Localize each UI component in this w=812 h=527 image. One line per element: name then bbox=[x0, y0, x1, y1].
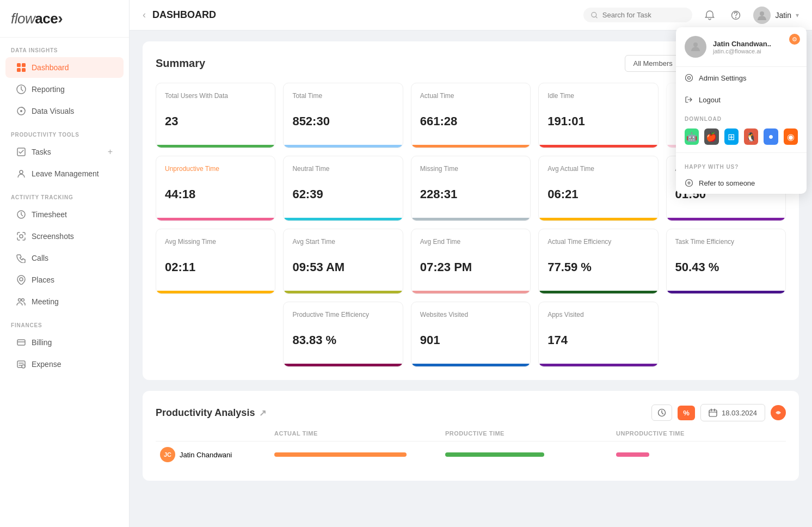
analysis-date-picker[interactable]: 18.03.2024 bbox=[700, 404, 765, 421]
metric-neutral-time: Neutral Time 62:39 bbox=[283, 156, 403, 221]
chrome-download-icon[interactable]: ● bbox=[764, 128, 778, 145]
actual-time-bar-cell bbox=[274, 452, 440, 457]
metric-value-avg-end: 07:23 PM bbox=[420, 260, 521, 274]
logout-label: Logout bbox=[699, 96, 721, 104]
sidebar-item-data-visuals[interactable]: Data Visuals bbox=[5, 101, 124, 121]
dropdown-settings-gear[interactable]: ⚙ bbox=[789, 34, 800, 45]
metric-bar-total-time bbox=[284, 145, 402, 148]
metric-value-avg-actual: 06:21 bbox=[548, 187, 649, 201]
metric-label-apps: Apps Visited bbox=[548, 311, 649, 318]
sidebar-item-meeting[interactable]: Meeting bbox=[5, 291, 124, 312]
metric-label-idle-time: Idle Time bbox=[548, 92, 649, 100]
calls-icon bbox=[16, 253, 26, 263]
external-link-icon[interactable]: ↗ bbox=[259, 408, 266, 418]
user-row-name: Jatin Chandwani bbox=[180, 451, 232, 459]
analysis-header: Productivity Analysis ↗ % 18.03.2024 bbox=[156, 404, 786, 421]
metric-actual-time-efficiency: Actual Time Efficiency 77.59 % bbox=[538, 229, 658, 294]
search-box[interactable] bbox=[583, 8, 692, 22]
svg-point-23 bbox=[693, 42, 698, 47]
logo: flowace› bbox=[0, 0, 129, 38]
tasks-add-icon[interactable]: + bbox=[108, 147, 113, 157]
sidebar-item-dashboard[interactable]: Dashboard bbox=[5, 57, 124, 78]
metric-apps-visited: Apps Visited 174 bbox=[538, 302, 658, 367]
dashboard-icon bbox=[16, 63, 26, 72]
logo-symbol: › bbox=[58, 10, 63, 27]
collapse-button[interactable]: ‹ bbox=[143, 9, 146, 21]
sidebar-item-tasks[interactable]: Tasks + bbox=[5, 142, 124, 162]
metric-value-task-efficiency: 50.43 % bbox=[675, 260, 777, 274]
apple-download-icon[interactable]: 🍎 bbox=[704, 128, 718, 145]
leave-management-icon bbox=[16, 169, 26, 179]
table-row: JC Jatin Chandwani bbox=[156, 442, 786, 468]
section-label-activity: ACTIVITY TRACKING bbox=[0, 185, 129, 204]
notification-icon[interactable] bbox=[701, 7, 718, 24]
svg-rect-1 bbox=[22, 63, 26, 67]
sidebar-item-timesheet[interactable]: Timesheet bbox=[5, 204, 124, 225]
svg-point-6 bbox=[20, 110, 22, 112]
user-dropdown: ⚙ Jatin Chandwan.. jatin.c@flowace.ai Ad… bbox=[676, 27, 807, 194]
metric-total-users: Total Users With Data 23 bbox=[156, 83, 275, 148]
search-icon bbox=[591, 11, 598, 19]
sidebar-item-expense[interactable]: Expense bbox=[5, 354, 124, 375]
admin-settings-label: Admin Settings bbox=[699, 74, 746, 82]
logo-text2: ace bbox=[35, 10, 58, 27]
search-input[interactable] bbox=[602, 11, 685, 19]
metric-bar-productive-efficiency bbox=[284, 364, 402, 366]
metric-label-websites: Websites Visited bbox=[420, 311, 521, 318]
gear-icon[interactable]: ⚙ bbox=[789, 34, 800, 45]
metric-label-avg-start: Avg Start Time bbox=[292, 238, 393, 246]
sidebar-label-dashboard: Dashboard bbox=[32, 63, 69, 72]
dropdown-avatar bbox=[685, 36, 706, 58]
sidebar-label-meeting: Meeting bbox=[32, 297, 59, 306]
metric-bar-actual-efficiency bbox=[539, 291, 657, 293]
metrics-row4-empty1 bbox=[156, 302, 275, 367]
metric-avg-actual-time: Avg Actual Time 06:21 bbox=[538, 156, 658, 221]
analysis-controls: % 18.03.2024 bbox=[651, 404, 786, 421]
sidebar-item-leave-management[interactable]: Leave Management bbox=[5, 163, 124, 184]
sidebar-item-reporting[interactable]: Reporting bbox=[5, 79, 124, 100]
user-menu[interactable]: Jatin ▾ bbox=[753, 7, 799, 24]
svg-rect-22 bbox=[709, 410, 717, 416]
metric-bar-websites bbox=[411, 364, 530, 366]
ubuntu-download-icon[interactable]: 🐧 bbox=[744, 128, 758, 145]
refer-icon bbox=[685, 179, 693, 187]
help-icon[interactable] bbox=[727, 7, 745, 24]
section-label-productivity: PRODUCTIVITY TOOLS bbox=[0, 122, 129, 141]
meeting-icon bbox=[16, 297, 26, 307]
metric-actual-time: Actual Time 661:28 bbox=[411, 83, 531, 148]
sidebar-item-calls[interactable]: Calls bbox=[5, 248, 124, 268]
windows-download-icon[interactable]: ⊞ bbox=[724, 128, 739, 145]
analysis-accent-icon bbox=[771, 405, 786, 420]
metric-label-neutral: Neutral Time bbox=[292, 165, 393, 173]
logout-item[interactable]: Logout bbox=[676, 89, 807, 111]
firefox-download-icon[interactable]: ◉ bbox=[784, 128, 798, 145]
metric-label-actual-efficiency: Actual Time Efficiency bbox=[548, 238, 649, 246]
metrics-row-4: Productive Time Efficiency 83.83 % Websi… bbox=[156, 302, 786, 367]
billing-icon bbox=[16, 338, 26, 347]
svg-point-19 bbox=[760, 11, 764, 16]
admin-settings-icon bbox=[685, 73, 693, 82]
happy-section: HAPPY WITH US? Refer to someone bbox=[676, 152, 807, 194]
svg-point-13 bbox=[22, 299, 24, 302]
svg-point-25 bbox=[688, 77, 691, 79]
metric-bar-task-efficiency bbox=[667, 291, 785, 293]
user-cell: JC Jatin Chandwani bbox=[160, 447, 269, 462]
percentage-icon-control[interactable]: % bbox=[678, 406, 695, 420]
sidebar-item-places[interactable]: Places bbox=[5, 269, 124, 290]
happy-section-label: HAPPY WITH US? bbox=[676, 158, 807, 172]
sidebar-item-billing[interactable]: Billing bbox=[5, 332, 124, 353]
metric-productive-efficiency: Productive Time Efficiency 83.83 % bbox=[283, 302, 403, 367]
admin-settings-item[interactable]: Admin Settings bbox=[676, 67, 807, 89]
refer-item[interactable]: Refer to someone bbox=[676, 172, 807, 194]
metric-value-idle-time: 191:01 bbox=[548, 114, 649, 128]
page-title: DASHBOARD bbox=[152, 9, 216, 21]
sidebar-item-screenshots[interactable]: Screenshots bbox=[5, 226, 124, 247]
android-download-icon[interactable]: 🤖 bbox=[685, 128, 699, 145]
metric-value-neutral: 62:39 bbox=[292, 187, 393, 201]
svg-point-17 bbox=[592, 12, 596, 17]
metric-bar-apps bbox=[539, 364, 657, 366]
metric-label-total-time: Total Time bbox=[292, 92, 393, 100]
time-icon-control[interactable] bbox=[651, 405, 672, 421]
svg-point-16 bbox=[22, 365, 25, 368]
analysis-title: Productivity Analysis ↗ bbox=[156, 407, 266, 419]
